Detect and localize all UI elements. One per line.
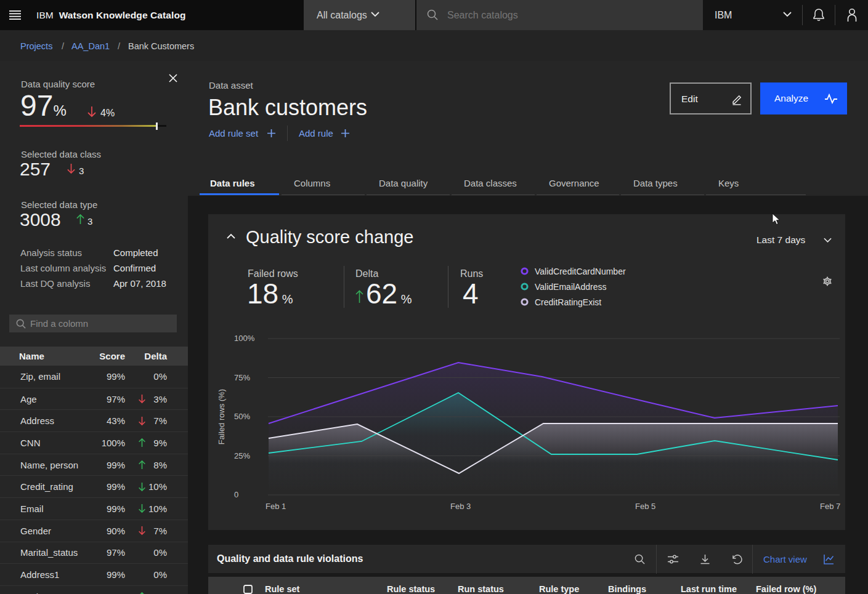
svg-text:0: 0 bbox=[234, 490, 238, 499]
svg-text:Feb 1: Feb 1 bbox=[266, 502, 286, 511]
svg-text:Feb 7: Feb 7 bbox=[820, 502, 840, 511]
svg-text:50%: 50% bbox=[234, 412, 250, 421]
svg-text:25%: 25% bbox=[234, 451, 250, 460]
svg-text:Failed rows (%): Failed rows (%) bbox=[217, 389, 226, 444]
svg-text:75%: 75% bbox=[234, 373, 250, 382]
svg-text:100%: 100% bbox=[234, 334, 255, 343]
svg-text:Feb 5: Feb 5 bbox=[635, 502, 655, 511]
svg-text:Feb 3: Feb 3 bbox=[450, 502, 471, 511]
